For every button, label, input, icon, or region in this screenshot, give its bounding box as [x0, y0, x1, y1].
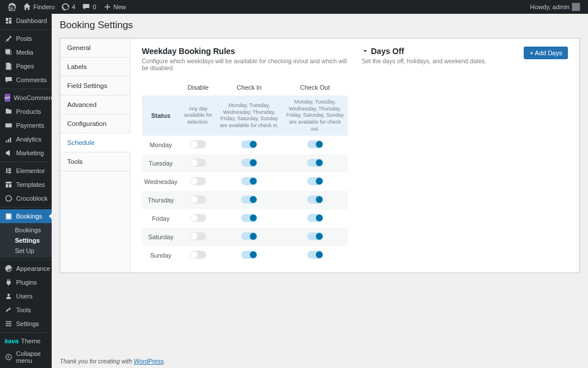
sidebar-item-templates[interactable]: Templates	[0, 178, 52, 191]
toggle-checkin[interactable]	[241, 195, 257, 204]
media-icon	[5, 48, 13, 56]
users-icon	[5, 292, 13, 300]
toggle-checkout[interactable]	[307, 159, 323, 167]
pages-icon	[5, 62, 13, 70]
toggle-disable[interactable]	[190, 195, 206, 204]
home-icon	[23, 3, 31, 11]
sidebar-item-label: Media	[16, 49, 33, 56]
day-name: Thursday	[142, 191, 180, 209]
sidebar-item-comments[interactable]: Comments	[0, 73, 52, 87]
sidebar-item-settings[interactable]: Settings	[0, 317, 52, 331]
croco-icon	[5, 194, 13, 202]
day-row-thursday: Thursday	[142, 191, 348, 209]
toggle-checkin[interactable]	[241, 214, 257, 222]
toggle-disable[interactable]	[190, 232, 206, 240]
sidebar-item-crocoblock[interactable]: Crocoblock	[0, 191, 52, 205]
account-link[interactable]: Howdy, admin	[527, 0, 583, 14]
new-content-link[interactable]: New	[100, 0, 130, 14]
toggle-disable[interactable]	[190, 214, 206, 222]
sidebar-item-label: Posts	[16, 35, 32, 42]
theme-link[interactable]: kavaTheme	[0, 335, 52, 347]
admin-topbar: Findero 4 0 New Howdy, admin	[0, 0, 588, 14]
dashboard-icon	[5, 17, 13, 25]
svg-point-3	[7, 294, 10, 296]
tab-schedule[interactable]: Schedule	[60, 133, 130, 152]
toggle-checkout[interactable]	[307, 140, 323, 148]
analytics-icon	[5, 135, 13, 143]
site-home-link[interactable]: Findero	[20, 0, 58, 14]
add-days-button[interactable]: + Add Days	[524, 47, 568, 59]
comments-link[interactable]: 0	[79, 0, 99, 14]
tab-tools[interactable]: Tools	[60, 152, 130, 171]
sidebar-item-label: Comments	[16, 76, 47, 83]
day-name: Wednesday	[142, 172, 180, 191]
plus-icon	[103, 3, 111, 11]
bookings-icon	[5, 212, 13, 220]
sidebar-item-label: Plugins	[16, 279, 37, 286]
settings-icon	[5, 320, 13, 328]
sidebar-item-media[interactable]: Media	[0, 45, 52, 59]
toggle-checkin[interactable]	[241, 177, 257, 185]
sidebar-item-analytics[interactable]: Analytics	[0, 132, 52, 146]
tab-advanced[interactable]: Advanced	[60, 95, 130, 114]
svg-point-1	[6, 195, 11, 201]
sidebar-item-posts[interactable]: Posts	[0, 32, 52, 45]
wordpress-link[interactable]: WordPress	[134, 358, 164, 365]
sidebar-item-plugins[interactable]: Plugins	[0, 275, 52, 289]
toggle-checkout[interactable]	[307, 195, 323, 204]
sidebar-item-payments[interactable]: Payments	[0, 118, 52, 132]
toggle-checkin[interactable]	[241, 232, 257, 240]
tab-labels[interactable]: Labels	[60, 57, 130, 76]
sidebar-item-label: Settings	[16, 320, 39, 327]
toggle-checkout[interactable]	[307, 232, 323, 240]
day-name: Sunday	[142, 246, 180, 264]
sidebar-subitem-set-up[interactable]: Set Up	[0, 246, 52, 256]
comment-icon	[82, 3, 90, 11]
updates-link[interactable]: 4	[58, 0, 79, 14]
status-text: Monday, Tuesday, Wednesday, Thursday, Fr…	[216, 95, 282, 136]
sidebar-item-bookings[interactable]: Bookings	[0, 209, 52, 223]
avatar	[572, 3, 580, 11]
sidebar-item-woocommerce[interactable]: WooCommerce	[0, 91, 52, 105]
svg-point-6	[7, 325, 9, 326]
main-content: Booking Settings GeneralLabelsField Sett…	[52, 14, 588, 368]
toggle-checkin[interactable]	[241, 159, 257, 167]
tab-configuration[interactable]: Configuration	[60, 114, 130, 133]
sidebar-item-users[interactable]: Users	[0, 289, 52, 303]
sidebar-item-tools[interactable]: Tools	[0, 303, 52, 317]
elementor-icon	[5, 167, 13, 175]
toggle-checkin[interactable]	[241, 251, 257, 259]
collapse-label: Collapse menu	[16, 350, 47, 364]
tab-general[interactable]: General	[60, 39, 130, 57]
sidebar-subitem-settings[interactable]: Settings	[0, 235, 52, 246]
toggle-checkout[interactable]	[307, 251, 323, 259]
day-name: Monday	[142, 136, 180, 154]
svg-point-4	[7, 321, 8, 322]
sidebar-item-label: Marketing	[16, 150, 44, 156]
toggle-disable[interactable]	[190, 177, 206, 185]
svg-point-0	[6, 50, 7, 51]
toggle-checkin[interactable]	[241, 140, 257, 148]
updates-icon	[61, 3, 69, 11]
sidebar-item-appearance[interactable]: Appearance	[0, 262, 52, 275]
collapse-icon	[5, 353, 13, 361]
sidebar-item-products[interactable]: Products	[0, 105, 52, 118]
toggle-checkout[interactable]	[307, 214, 323, 222]
toggle-disable[interactable]	[190, 251, 206, 259]
toggle-checkout[interactable]	[307, 177, 323, 185]
sidebar-item-elementor[interactable]: Elementor	[0, 164, 52, 178]
status-text: Any day available for selection.	[180, 95, 216, 136]
tools-icon	[5, 306, 13, 314]
woocommerce-icon	[5, 94, 10, 102]
comments-icon	[5, 76, 13, 84]
sidebar-subitem-bookings[interactable]: Bookings	[0, 225, 52, 235]
sidebar-item-label: Bookings	[16, 213, 42, 220]
tab-field-settings[interactable]: Field Settings	[60, 76, 130, 95]
wp-logo-link[interactable]	[5, 0, 20, 14]
sidebar-item-dashboard[interactable]: Dashboard	[0, 14, 52, 28]
sidebar-item-marketing[interactable]: Marketing	[0, 146, 52, 160]
toggle-disable[interactable]	[190, 159, 206, 167]
collapse-menu[interactable]: Collapse menu	[0, 347, 52, 367]
toggle-disable[interactable]	[190, 140, 206, 148]
sidebar-item-pages[interactable]: Pages	[0, 59, 52, 73]
